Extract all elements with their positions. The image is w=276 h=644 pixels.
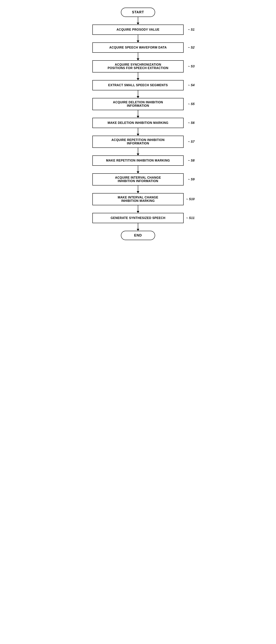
arrow-head <box>137 23 139 24</box>
arrow-8 <box>137 166 139 173</box>
step-s11-id: ~ S11 <box>186 216 195 220</box>
step-s2-id: ~ S2 <box>188 46 195 49</box>
start-label: START <box>132 10 144 14</box>
step-s4-label: EXTRACT SMALL SPEECH SEGMENTS <box>108 84 168 87</box>
step-s1: ACQUIRE PROSODY VALUE ~ S1 <box>92 24 184 35</box>
step-s11-label: GENERATE SYNTHESIZED SPEECH <box>111 216 165 220</box>
arrow-line <box>138 17 138 23</box>
step-s5: ACQUIRE DELETION INHIBITIONINFORMATION ~… <box>92 98 184 110</box>
step-wrapper-s1: ACQUIRE PROSODY VALUE ~ S1 <box>92 24 184 35</box>
step-s8-id: ~ S8 <box>188 159 195 162</box>
step-s4: EXTRACT SMALL SPEECH SEGMENTS ~ S4 <box>92 80 184 90</box>
step-wrapper-s5: ACQUIRE DELETION INHIBITIONINFORMATION ~… <box>92 98 184 110</box>
arrow-4 <box>137 90 139 98</box>
arrow-9 <box>137 186 139 193</box>
arrow-1 <box>137 35 139 42</box>
step-s7: ACQUIRE REPETITION INHIBITIONINFORMATION… <box>92 136 184 148</box>
step-s9-id: ~ S9 <box>188 178 195 181</box>
step-wrapper-s10: MAKE INTERVAL CHANGEINHIBITION MARKING ~… <box>92 193 184 205</box>
step-wrapper-s11: GENERATE SYNTHESIZED SPEECH ~ S11 <box>92 213 184 223</box>
step-s5-id: ~ S5 <box>188 102 195 106</box>
step-wrapper-s3: ACQUIRE SYNCHRONIZATIONPOSITIONS FOR SPE… <box>92 60 184 72</box>
step-wrapper-s6: MAKE DELETION INHIBITION MARKING ~ S6 <box>92 118 184 128</box>
arrow-0 <box>137 17 139 24</box>
step-s7-label: ACQUIRE REPETITION INHIBITIONINFORMATION <box>111 138 164 145</box>
step-s11: GENERATE SYNTHESIZED SPEECH ~ S11 <box>92 213 184 223</box>
step-s3-id: ~ S3 <box>188 65 195 68</box>
step-wrapper-s2: ACQUIRE SPEECH WAVEFORM DATA ~ S2 <box>92 42 184 53</box>
step-s2: ACQUIRE SPEECH WAVEFORM DATA ~ S2 <box>92 42 184 53</box>
step-wrapper-s4: EXTRACT SMALL SPEECH SEGMENTS ~ S4 <box>92 80 184 90</box>
step-s4-id: ~ S4 <box>188 84 195 87</box>
step-s3-label: ACQUIRE SYNCHRONIZATIONPOSITIONS FOR SPE… <box>108 63 168 70</box>
step-s6: MAKE DELETION INHIBITION MARKING ~ S6 <box>92 118 184 128</box>
arrow-11 <box>137 223 139 231</box>
step-s8-label: MAKE REPETITION INHIBITION MARKING <box>106 159 170 162</box>
arrow-10 <box>137 205 139 213</box>
end-label: END <box>134 234 142 237</box>
arrow-7 <box>137 148 139 156</box>
step-s1-id: ~ S1 <box>188 28 195 32</box>
arrow-2 <box>137 53 139 60</box>
step-s10-id: ~ S10 <box>186 198 195 201</box>
step-s3: ACQUIRE SYNCHRONIZATIONPOSITIONS FOR SPE… <box>92 60 184 72</box>
step-s2-label: ACQUIRE SPEECH WAVEFORM DATA <box>109 46 167 49</box>
step-wrapper-s9: ACQUIRE INTERVAL CHANGEINHIBITION INFORM… <box>92 173 184 186</box>
arrow-3 <box>137 72 139 80</box>
step-s10-label: MAKE INTERVAL CHANGEINHIBITION MARKING <box>118 196 158 202</box>
step-s9: ACQUIRE INTERVAL CHANGEINHIBITION INFORM… <box>92 173 184 186</box>
step-s5-label: ACQUIRE DELETION INHIBITIONINFORMATION <box>113 101 163 107</box>
arrow-5 <box>137 110 139 118</box>
step-wrapper-s8: MAKE REPETITION INHIBITION MARKING ~ S8 <box>92 156 184 166</box>
step-s10: MAKE INTERVAL CHANGEINHIBITION MARKING ~… <box>92 193 184 205</box>
step-s8: MAKE REPETITION INHIBITION MARKING ~ S8 <box>92 156 184 166</box>
step-s1-label: ACQUIRE PROSODY VALUE <box>117 28 159 31</box>
step-s6-label: MAKE DELETION INHIBITION MARKING <box>108 121 168 124</box>
step-s6-id: ~ S6 <box>188 121 195 124</box>
end-terminal: END <box>121 231 155 240</box>
step-s9-label: ACQUIRE INTERVAL CHANGEINHIBITION INFORM… <box>115 176 161 183</box>
step-s7-id: ~ S7 <box>188 140 195 144</box>
start-terminal: START <box>121 8 155 17</box>
step-wrapper-s7: ACQUIRE REPETITION INHIBITIONINFORMATION… <box>92 136 184 148</box>
arrow-6 <box>137 128 139 136</box>
flowchart: START ACQUIRE PROSODY VALUE ~ S1 ACQUIRE… <box>81 8 195 240</box>
